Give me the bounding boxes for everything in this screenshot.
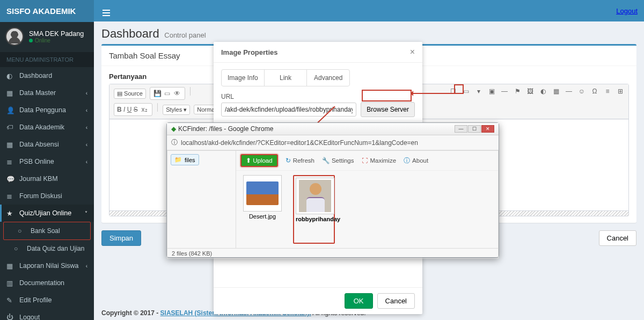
hline-icon[interactable]: —	[500, 86, 509, 96]
wrench-icon: 🔧	[322, 157, 330, 164]
file-robby[interactable]: robbyprihanday	[293, 175, 335, 244]
kcfinder-toolbar: ⬆ Upload ↻Refresh 🔧Settings ⛶Maximize ⓘA…	[236, 151, 498, 171]
info-icon: ⓘ	[171, 138, 178, 147]
sidebar-item-forum-diskusi[interactable]: ≣Forum Diskusi	[0, 187, 94, 205]
chevron-left-icon: ‹	[86, 107, 87, 113]
file-desert[interactable]: Desert.jpg	[241, 175, 283, 244]
insert-image-icon[interactable]: 🖼	[525, 86, 535, 96]
toolbar-group-save[interactable]: 💾▭👁	[150, 87, 185, 100]
strike-icon[interactable]: S	[134, 106, 138, 113]
logout-link[interactable]: Logout	[616, 7, 638, 15]
hr-icon[interactable]: —	[564, 86, 574, 96]
grid-icon: ▦	[6, 141, 14, 148]
thumbnail	[243, 175, 282, 212]
kcfinder-titlebar[interactable]: ◆ KCFinder: /files - Google Chrome — ☐ ✕	[167, 123, 499, 135]
window-maximize-button[interactable]: ☐	[468, 125, 481, 133]
modal-tabs: Image Info Link Advanced	[221, 69, 350, 86]
sidebar-item-edit-profile[interactable]: ✎Edit Profile	[0, 292, 94, 309]
iframe-icon[interactable]: ⊞	[616, 86, 625, 96]
circle-icon: ○	[14, 245, 21, 252]
tab-link[interactable]: Link	[265, 70, 308, 86]
tag-icon: 🏷	[6, 123, 14, 131]
page-header: Dashboard Control panel	[94, 21, 644, 44]
sidebar-item-data-master[interactable]: ▦Data Master‹	[0, 84, 94, 101]
subscript-icon[interactable]: x₂	[140, 105, 149, 114]
kcfinder-title: KCFinder: /files - Google Chrome	[178, 125, 273, 133]
sidebar-item-laporan-nilai[interactable]: ▦Laporan Nilai Siswa‹	[0, 257, 94, 274]
chevron-left-icon: ‹	[86, 90, 87, 96]
sidebar-item-logout[interactable]: ⏻Logout	[0, 309, 94, 320]
page-title: Dashboard	[101, 27, 159, 40]
sidebar-item-data-quiz-ujian[interactable]: ○Data Quiz dan Ujian	[0, 240, 94, 257]
kcfinder-icon: ◆	[171, 125, 176, 133]
about-button[interactable]: ⓘAbout	[404, 157, 428, 165]
toolbar-group-format[interactable]: B I U S x₂	[114, 103, 152, 116]
cancel-button[interactable]: Cancel	[599, 230, 636, 246]
flag-icon[interactable]: ⚑	[513, 86, 522, 96]
circle-icon: ○	[18, 227, 25, 235]
sidebar: SISFO AKADEMIK SMA DEK Padang Online MEN…	[0, 0, 94, 320]
chevron-left-icon: ‹	[86, 142, 87, 148]
sidebar-item-documentation[interactable]: ▥Documentation	[0, 274, 94, 292]
sidebar-item-journal-kbm[interactable]: 💬Journal KBM	[0, 170, 94, 187]
sidebar-item-dashboard[interactable]: ◐Dashboard	[0, 67, 94, 84]
list-icon: ≣	[6, 192, 14, 200]
upload-button[interactable]: ⬆ Upload	[240, 154, 278, 167]
refresh-button[interactable]: ↻Refresh	[286, 157, 314, 164]
source-button[interactable]: ▤ Source	[114, 89, 146, 99]
maximize-button[interactable]: ⛶Maximize	[362, 157, 397, 164]
button-icon[interactable]: ▭	[461, 86, 471, 96]
url-input[interactable]	[221, 103, 356, 117]
image-icon[interactable]: ▣	[487, 86, 496, 96]
chevron-down-icon: ˅	[85, 210, 87, 216]
tab-image-info[interactable]: Image Info	[222, 70, 265, 86]
sidebar-item-data-absensi[interactable]: ▦Data Absensi‹	[0, 136, 94, 153]
sidebar-item-data-akademik[interactable]: 🏷Data Akademik‹	[0, 119, 94, 136]
user-icon: 👤	[6, 106, 14, 114]
italic-icon[interactable]: I	[123, 106, 125, 113]
menu-toggle-button[interactable]	[100, 7, 112, 15]
toolbar-group-right: ☐ ▭ ▾ ▣ — ⚑ 🖼 ◐ ▦ — ☺ Ω ≡ ⊞	[448, 86, 625, 96]
grid-icon: ▦	[6, 89, 14, 97]
new-icon: ▭	[163, 89, 172, 98]
modal-close-button[interactable]: ×	[410, 47, 415, 57]
maximize-icon: ⛶	[362, 157, 368, 164]
simpan-button[interactable]: Simpan	[101, 230, 141, 246]
ok-button[interactable]: OK	[345, 293, 373, 309]
sidebar-item-psb-online[interactable]: ≣PSB Online‹	[0, 153, 94, 170]
settings-button[interactable]: 🔧Settings	[322, 157, 354, 164]
browse-server-button[interactable]: Browse Server	[361, 102, 415, 117]
hamburger-icon	[103, 12, 110, 13]
modal-cancel-button[interactable]: Cancel	[377, 293, 415, 309]
refresh-icon: ↻	[286, 157, 291, 164]
dashboard-icon: ◐	[6, 72, 14, 79]
thumbnail	[296, 178, 334, 214]
kcfinder-url[interactable]: localhost/akd-dek/kcfinder/?CKEditor=edi…	[181, 139, 418, 147]
bold-icon[interactable]: B	[117, 106, 122, 113]
window-close-button[interactable]: ✕	[481, 125, 494, 133]
sidebar-item-bank-soal[interactable]: ○Bank Soal	[4, 222, 90, 239]
flash-icon[interactable]: ◐	[538, 86, 548, 96]
save-icon: 💾	[153, 89, 163, 98]
folder-files[interactable]: 📁files	[171, 154, 199, 165]
sidebar-nav: ◐Dashboard ▦Data Master‹ 👤Data Pengguna‹…	[0, 67, 94, 320]
pagebreak-icon[interactable]: ≡	[603, 86, 612, 96]
list-icon: ≣	[6, 158, 14, 165]
table-icon[interactable]: ▦	[551, 86, 561, 96]
smiley-icon[interactable]: ☺	[577, 86, 587, 96]
styles-dropdown[interactable]: Styles ▾	[163, 105, 190, 115]
preview-icon: 👁	[172, 89, 182, 98]
checkbox-icon[interactable]: ☐	[448, 86, 458, 96]
select-icon[interactable]: ▾	[474, 86, 484, 96]
topbar: Logout	[94, 0, 644, 21]
tab-advanced[interactable]: Advanced	[307, 70, 349, 86]
sidebar-item-quiz-ujian[interactable]: ★Quiz/Ujian Online˅	[0, 205, 94, 222]
book-icon: ▥	[6, 279, 14, 287]
kcfinder-statusbar: 2 files (842 KB)	[167, 248, 498, 258]
window-minimize-button[interactable]: —	[455, 125, 467, 133]
underline-icon[interactable]: U	[127, 106, 132, 113]
avatar-icon	[5, 27, 24, 46]
desert-image-icon	[246, 181, 279, 205]
omega-icon[interactable]: Ω	[590, 86, 599, 96]
sidebar-item-data-pengguna[interactable]: 👤Data Pengguna‹	[0, 101, 94, 119]
